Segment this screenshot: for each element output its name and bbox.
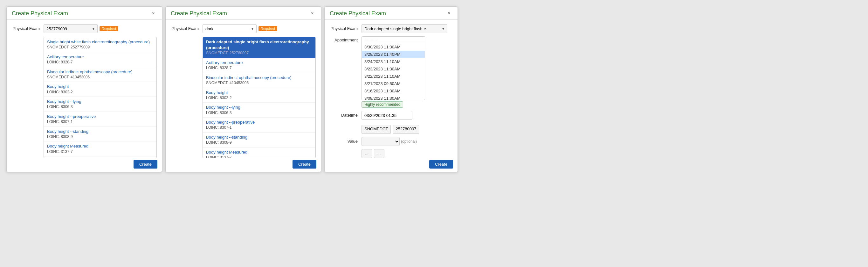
dialog-3-appt-item-7[interactable]: 3/16/2023 11:30AM	[362, 87, 425, 95]
dialog-2-dropdown[interactable]: Dark adapted single bright flash electro…	[203, 37, 316, 158]
dialog-2-dropdown-spacer	[171, 36, 203, 38]
dialog-2-dropdown-item-6[interactable]: Body height --standingLOINC: 8308-9	[203, 133, 315, 148]
dialog-1-dropdown-item-3[interactable]: Body heightLOINC: 8302-2	[44, 82, 156, 97]
dialog-1-dropdown-item-2[interactable]: Binocular indirect ophthalmoscopy (proce…	[44, 67, 156, 82]
dialog-1-close[interactable]: ×	[150, 10, 157, 17]
dialog-3-datetime-label: Datetime	[330, 111, 362, 117]
dialog-3-appt-item-6[interactable]: 3/21/2023 09:50AM	[362, 80, 425, 87]
dialog-2-header: Create Physical Exam ×	[166, 7, 321, 20]
dialog-2-exam-row: Physical Exam ▼ Required	[171, 24, 316, 33]
dialog-3-appt-item-4[interactable]: 3/23/2023 11:30AM	[362, 65, 425, 73]
dialog-2-close[interactable]: ×	[309, 10, 316, 17]
dialog-1-dropdown-item-1[interactable]: Axillary temperatureLOINC: 8328-7	[44, 52, 156, 67]
dialog-3-snomedct-code: SNOMEDCT	[362, 125, 391, 134]
dialog-3-exam-input[interactable]	[362, 24, 447, 33]
dialog-1-dropdown-item-5[interactable]: Body height --preoperativeLOINC: 8307-1	[44, 112, 156, 127]
dialog-3-footer: Create	[425, 157, 458, 172]
dialog-3-exam-input-wrap: ▼	[362, 24, 447, 33]
dialog-3-reset-button[interactable]: ...	[374, 149, 384, 158]
dialog-3-appointment-label: Appointment	[330, 36, 362, 43]
dialog-2-title: Create Physical Exam	[171, 10, 227, 17]
dialog-1-create-button[interactable]: Create	[133, 160, 157, 168]
dialog-3-value-select[interactable]	[362, 137, 400, 146]
dialog-3-appointment-row: Appointment ----------3/30/2023 11:30AM3…	[330, 36, 453, 108]
dialog-2-exam-wrap: ▼ Required	[203, 24, 316, 33]
dialog-2-dropdown-item-1[interactable]: Axillary temperatureLOINC: 8328-7	[203, 58, 315, 73]
dialog-1-dropdown-wrap: Single bright white flash electroretinog…	[43, 36, 157, 158]
dialog-2: Create Physical Exam × Physical Exam ▼ R…	[165, 6, 321, 172]
dialog-3-appointment-wrap: ----------3/30/2023 11:30AM3/28/2023 01:…	[362, 36, 453, 108]
dialog-2-create-button[interactable]: Create	[292, 160, 316, 168]
dialog-3-datetime-wrap	[362, 111, 453, 120]
dialog-2-dropdown-item-4[interactable]: Body height --lyingLOINC: 8306-3	[203, 103, 315, 117]
dialog-3-btn-wrap: ... ...	[362, 149, 384, 158]
dialog-3-cancel-button[interactable]: ...	[362, 149, 372, 158]
dialog-1-dropdown-item-7[interactable]: Body height MeasuredLOINC: 3137-7	[44, 141, 156, 156]
dialog-2-dropdown-row: Dark adapted single bright flash electro…	[171, 36, 316, 158]
dialog-3: Create Physical Exam × Physical Exam ▼ A…	[324, 6, 458, 172]
dialog-3-datetime-input[interactable]	[362, 111, 412, 120]
dialog-3-optional: (optional)	[401, 139, 417, 144]
dialog-2-body: Physical Exam ▼ Required Dark adapted si…	[166, 20, 321, 166]
dialog-1-header: Create Physical Exam ×	[7, 7, 162, 20]
dialog-2-required-badge: Required	[258, 26, 277, 31]
dialog-2-dropdown-item-0[interactable]: Dark adapted single bright flash electro…	[203, 37, 315, 58]
dialog-3-code-value: 252780007	[393, 125, 419, 134]
dialog-3-value-row: Value (optional)	[330, 137, 453, 146]
dialog-2-footer: Create	[288, 157, 321, 172]
dialog-3-code-wrap: SNOMEDCT 252780007	[362, 125, 419, 134]
dialog-3-title: Create Physical Exam	[330, 10, 386, 17]
dialog-1-exam-row: Physical Exam ▼ Required	[12, 24, 157, 33]
dialog-1-exam-input-wrap: ▼	[43, 24, 98, 33]
dialog-3-exam-label: Physical Exam	[330, 24, 362, 31]
dialog-1-body: Physical Exam ▼ Required Single bright w…	[7, 20, 162, 166]
dialog-3-value-label: Value	[330, 137, 362, 144]
dialog-1-dropdown-item-0[interactable]: Single bright white flash electroretinog…	[44, 37, 156, 52]
dialog-3-appt-item-1[interactable]: 3/30/2023 11:30AM	[362, 43, 425, 51]
dialog-2-exam-label: Physical Exam	[171, 24, 203, 31]
dialog-1-title: Create Physical Exam	[12, 10, 68, 17]
dialog-1-dropdown-item-6[interactable]: Body height --standingLOINC: 8308-9	[44, 127, 156, 142]
dialog-3-appointment-list[interactable]: ----------3/30/2023 11:30AM3/28/2023 01:…	[362, 36, 425, 100]
dialog-2-dropdown-item-3[interactable]: Body heightLOINC: 8302-2	[203, 88, 315, 103]
dialog-3-exam-wrap: ▼	[362, 24, 453, 33]
dialog-3-code-row: SNOMEDCT 252780007	[330, 123, 453, 134]
dialog-1-dropdown-spacer	[12, 36, 43, 38]
dialog-2-dropdown-item-5[interactable]: Body height --preoperativeLOINC: 8307-1	[203, 117, 315, 133]
dialog-3-exam-row: Physical Exam ▼	[330, 24, 453, 33]
dialog-3-appt-item-3[interactable]: 3/24/2023 11:10AM	[362, 58, 425, 65]
dialog-3-appt-item-8[interactable]: 3/08/2023 11:30AM	[362, 95, 425, 100]
dialog-1-exam-wrap: ▼ Required	[43, 24, 157, 33]
dialog-1-footer: Create	[129, 157, 162, 172]
dialog-3-value-wrap: (optional)	[362, 137, 417, 146]
dialog-3-body: Physical Exam ▼ Appointment ----------3/…	[324, 20, 458, 166]
dialog-2-dropdown-item-7[interactable]: Body height MeasuredLOINC: 3137-7	[203, 148, 315, 158]
dialog-3-btn-spacer	[330, 149, 362, 151]
dialog-1-dropdown-row: Single bright white flash electroretinog…	[12, 36, 157, 158]
dialog-3-datetime-row: Datetime	[330, 111, 453, 120]
dialog-3-create-button[interactable]: Create	[429, 160, 453, 168]
dialog-3-appt-separator: ----------	[362, 37, 425, 43]
dialog-1: Create Physical Exam × Physical Exam ▼ R…	[6, 6, 162, 172]
dialog-3-appt-item-2[interactable]: 3/28/2023 01:40PM	[362, 51, 425, 58]
dialog-3-code-spacer	[330, 123, 362, 125]
dialog-1-required-badge: Required	[99, 26, 118, 31]
dialog-2-exam-input-wrap: ▼	[203, 24, 256, 33]
dialog-2-exam-input[interactable]	[203, 24, 256, 33]
dialog-3-highly-recommended: Highly recommended	[362, 101, 403, 108]
dialog-2-dropdown-wrap: Dark adapted single bright flash electro…	[203, 36, 316, 158]
dialog-1-exam-input[interactable]	[43, 24, 98, 33]
dialog-3-appt-item-5[interactable]: 3/22/2023 11:10AM	[362, 73, 425, 80]
dialog-3-header: Create Physical Exam ×	[324, 7, 458, 20]
dialog-1-dropdown-item-4[interactable]: Body height --lyingLOINC: 8306-3	[44, 97, 156, 112]
dialog-1-dropdown[interactable]: Single bright white flash electroretinog…	[43, 37, 157, 158]
dialog-1-exam-label: Physical Exam	[12, 24, 43, 31]
dialog-3-close[interactable]: ×	[446, 10, 453, 17]
dialog-2-dropdown-item-2[interactable]: Binocular indirect ophthalmoscopy (proce…	[203, 73, 315, 88]
